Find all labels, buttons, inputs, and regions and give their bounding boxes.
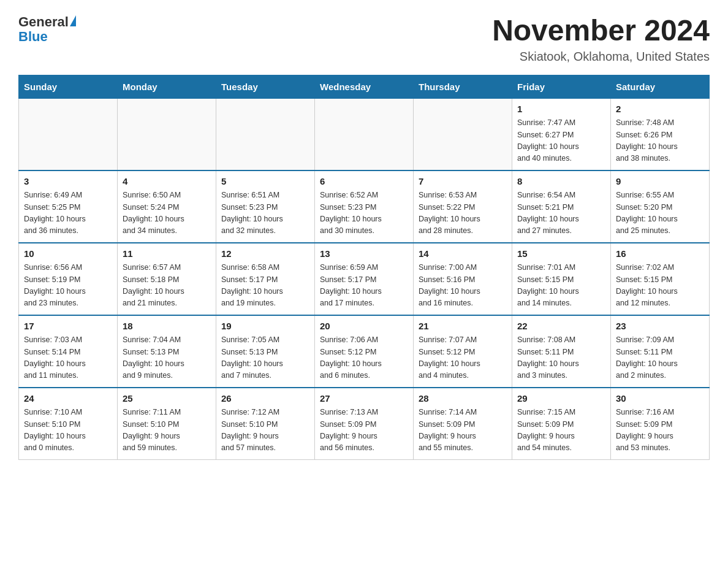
day-info: Sunrise: 7:02 AMSunset: 5:15 PMDaylight:… [616, 262, 704, 310]
day-info: Sunrise: 7:48 AMSunset: 6:26 PMDaylight:… [616, 117, 704, 165]
day-number: 19 [221, 320, 309, 334]
table-row: 15Sunrise: 7:01 AMSunset: 5:15 PMDayligh… [512, 243, 611, 315]
table-row: 17Sunrise: 7:03 AMSunset: 5:14 PMDayligh… [19, 315, 118, 388]
day-info: Sunrise: 7:08 AMSunset: 5:11 PMDaylight:… [517, 334, 605, 382]
day-info: Sunrise: 6:55 AMSunset: 5:20 PMDaylight:… [616, 190, 704, 237]
logo-triangle-icon [70, 15, 76, 26]
table-row [414, 98, 512, 170]
table-row [216, 98, 315, 170]
table-row: 23Sunrise: 7:09 AMSunset: 5:11 PMDayligh… [611, 315, 710, 388]
col-monday: Monday [118, 75, 216, 98]
main-title: November 2024 [492, 15, 710, 47]
day-info: Sunrise: 7:07 AMSunset: 5:12 PMDaylight:… [419, 334, 507, 382]
calendar-table: Sunday Monday Tuesday Wednesday Thursday… [18, 75, 710, 460]
table-row [118, 98, 216, 170]
table-row: 13Sunrise: 6:59 AMSunset: 5:17 PMDayligh… [315, 243, 414, 315]
calendar-week-row: 3Sunrise: 6:49 AMSunset: 5:25 PMDaylight… [19, 170, 710, 243]
day-info: Sunrise: 7:13 AMSunset: 5:09 PMDaylight:… [320, 407, 408, 454]
day-number: 17 [24, 320, 112, 334]
col-saturday: Saturday [611, 75, 710, 98]
calendar-week-row: 10Sunrise: 6:56 AMSunset: 5:19 PMDayligh… [19, 243, 710, 315]
day-number: 27 [320, 392, 408, 406]
day-number: 6 [320, 175, 408, 189]
logo-blue: Blue [18, 29, 48, 44]
day-info: Sunrise: 7:16 AMSunset: 5:09 PMDaylight:… [616, 407, 704, 454]
table-row: 27Sunrise: 7:13 AMSunset: 5:09 PMDayligh… [315, 388, 414, 460]
day-info: Sunrise: 6:54 AMSunset: 5:21 PMDaylight:… [517, 190, 605, 237]
calendar-week-row: 24Sunrise: 7:10 AMSunset: 5:10 PMDayligh… [19, 388, 710, 460]
day-number: 7 [419, 175, 507, 189]
day-info: Sunrise: 7:03 AMSunset: 5:14 PMDaylight:… [24, 334, 112, 382]
day-info: Sunrise: 7:00 AMSunset: 5:16 PMDaylight:… [419, 262, 507, 310]
day-number: 26 [221, 392, 309, 406]
day-info: Sunrise: 7:15 AMSunset: 5:09 PMDaylight:… [517, 407, 605, 454]
table-row: 2Sunrise: 7:48 AMSunset: 6:26 PMDaylight… [611, 98, 710, 170]
day-number: 25 [123, 392, 211, 406]
table-row: 29Sunrise: 7:15 AMSunset: 5:09 PMDayligh… [512, 388, 611, 460]
day-info: Sunrise: 7:12 AMSunset: 5:10 PMDaylight:… [221, 407, 309, 454]
day-number: 29 [517, 392, 605, 406]
page-header: General Blue November 2024 Skiatook, Okl… [18, 15, 710, 64]
day-number: 23 [616, 320, 704, 334]
table-row [315, 98, 414, 170]
logo: General Blue [18, 15, 76, 44]
day-number: 4 [123, 175, 211, 189]
table-row: 21Sunrise: 7:07 AMSunset: 5:12 PMDayligh… [414, 315, 512, 388]
title-section: November 2024 Skiatook, Oklahoma, United… [492, 15, 710, 64]
table-row: 9Sunrise: 6:55 AMSunset: 5:20 PMDaylight… [611, 170, 710, 243]
table-row: 20Sunrise: 7:06 AMSunset: 5:12 PMDayligh… [315, 315, 414, 388]
day-info: Sunrise: 6:56 AMSunset: 5:19 PMDaylight:… [24, 262, 112, 310]
day-info: Sunrise: 7:10 AMSunset: 5:10 PMDaylight:… [24, 407, 112, 454]
table-row: 26Sunrise: 7:12 AMSunset: 5:10 PMDayligh… [216, 388, 315, 460]
day-number: 28 [419, 392, 507, 406]
day-info: Sunrise: 6:49 AMSunset: 5:25 PMDaylight:… [24, 190, 112, 237]
day-number: 14 [419, 247, 507, 261]
table-row: 11Sunrise: 6:57 AMSunset: 5:18 PMDayligh… [118, 243, 216, 315]
day-info: Sunrise: 7:01 AMSunset: 5:15 PMDaylight:… [517, 262, 605, 310]
col-tuesday: Tuesday [216, 75, 315, 98]
subtitle: Skiatook, Oklahoma, United States [492, 50, 710, 64]
day-number: 22 [517, 320, 605, 334]
day-number: 24 [24, 392, 112, 406]
day-info: Sunrise: 6:51 AMSunset: 5:23 PMDaylight:… [221, 190, 309, 237]
col-friday: Friday [512, 75, 611, 98]
table-row: 25Sunrise: 7:11 AMSunset: 5:10 PMDayligh… [118, 388, 216, 460]
day-info: Sunrise: 6:59 AMSunset: 5:17 PMDaylight:… [320, 262, 408, 310]
col-wednesday: Wednesday [315, 75, 414, 98]
col-thursday: Thursday [414, 75, 512, 98]
table-row: 16Sunrise: 7:02 AMSunset: 5:15 PMDayligh… [611, 243, 710, 315]
table-row: 30Sunrise: 7:16 AMSunset: 5:09 PMDayligh… [611, 388, 710, 460]
day-number: 12 [221, 247, 309, 261]
day-info: Sunrise: 6:50 AMSunset: 5:24 PMDaylight:… [123, 190, 211, 237]
table-row: 6Sunrise: 6:52 AMSunset: 5:23 PMDaylight… [315, 170, 414, 243]
day-info: Sunrise: 6:53 AMSunset: 5:22 PMDaylight:… [419, 190, 507, 237]
day-number: 9 [616, 175, 704, 189]
table-row: 5Sunrise: 6:51 AMSunset: 5:23 PMDaylight… [216, 170, 315, 243]
day-info: Sunrise: 7:14 AMSunset: 5:09 PMDaylight:… [419, 407, 507, 454]
table-row: 7Sunrise: 6:53 AMSunset: 5:22 PMDaylight… [414, 170, 512, 243]
day-info: Sunrise: 6:52 AMSunset: 5:23 PMDaylight:… [320, 190, 408, 237]
table-row: 24Sunrise: 7:10 AMSunset: 5:10 PMDayligh… [19, 388, 118, 460]
table-row: 18Sunrise: 7:04 AMSunset: 5:13 PMDayligh… [118, 315, 216, 388]
day-info: Sunrise: 7:04 AMSunset: 5:13 PMDaylight:… [123, 334, 211, 382]
day-info: Sunrise: 7:47 AMSunset: 6:27 PMDaylight:… [517, 117, 605, 165]
day-info: Sunrise: 7:11 AMSunset: 5:10 PMDaylight:… [123, 407, 211, 454]
table-row: 4Sunrise: 6:50 AMSunset: 5:24 PMDaylight… [118, 170, 216, 243]
day-info: Sunrise: 7:05 AMSunset: 5:13 PMDaylight:… [221, 334, 309, 382]
day-info: Sunrise: 7:06 AMSunset: 5:12 PMDaylight:… [320, 334, 408, 382]
table-row: 22Sunrise: 7:08 AMSunset: 5:11 PMDayligh… [512, 315, 611, 388]
calendar-week-row: 1Sunrise: 7:47 AMSunset: 6:27 PMDaylight… [19, 98, 710, 170]
day-number: 11 [123, 247, 211, 261]
logo-general: General [18, 15, 69, 29]
day-number: 21 [419, 320, 507, 334]
day-info: Sunrise: 6:58 AMSunset: 5:17 PMDaylight:… [221, 262, 309, 310]
table-row: 10Sunrise: 6:56 AMSunset: 5:19 PMDayligh… [19, 243, 118, 315]
day-number: 20 [320, 320, 408, 334]
day-number: 8 [517, 175, 605, 189]
table-row: 28Sunrise: 7:14 AMSunset: 5:09 PMDayligh… [414, 388, 512, 460]
table-row: 8Sunrise: 6:54 AMSunset: 5:21 PMDaylight… [512, 170, 611, 243]
table-row [19, 98, 118, 170]
day-number: 2 [616, 102, 704, 117]
table-row: 19Sunrise: 7:05 AMSunset: 5:13 PMDayligh… [216, 315, 315, 388]
calendar-header-row: Sunday Monday Tuesday Wednesday Thursday… [19, 75, 710, 98]
